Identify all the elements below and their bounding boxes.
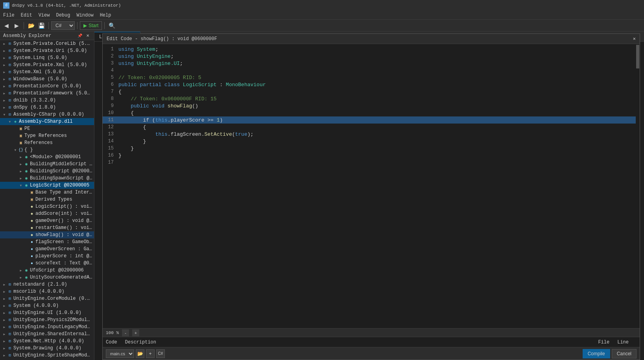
expand-arrow-icon[interactable]: ▶ [2,62,7,68]
line-content[interactable]: { [118,89,122,95]
expand-arrow-icon[interactable] [24,225,29,231]
open-file-btn[interactable]: 📂 [136,349,144,358]
tree-item[interactable]: ▶⊞UnityEngine.Physics2DModule (0.0.0.0) [0,316,94,323]
expand-arrow-icon[interactable] [24,218,29,223]
file-selector[interactable]: main.cs [106,349,134,358]
tree-item[interactable]: ▶⊞PresentationFramework (5.0.0) [0,90,94,97]
expand-arrow-icon[interactable]: ▼ [7,119,13,124]
tree-item[interactable]: ▶⊞UnityEngine.InputLegacyModule (0.0.0.0… [0,323,94,330]
expand-arrow-icon[interactable]: ▶ [18,275,24,280]
tree-item[interactable]: ▶⊞UnityEngine.SpriteShapeModule (0.0.0.0… [0,352,94,359]
toolbar-back-btn[interactable]: ◀ [2,21,11,30]
modal-close-btn[interactable]: ✕ [633,36,636,42]
expand-arrow-icon[interactable]: ▶ [18,175,24,181]
assembly-tree[interactable]: ▶⊞System.Private.CoreLib (5.0.0)▶⊞System… [0,40,94,360]
expand-arrow-icon[interactable]: ▶ [2,353,7,358]
line-content[interactable]: } [118,153,122,159]
expand-arrow-icon[interactable] [24,211,29,216]
expand-arrow-icon[interactable]: ▶ [18,268,24,273]
tree-item[interactable]: ▶⊞PresentationCore (5.0.0) [0,83,94,90]
expand-arrow-icon[interactable]: ▶ [2,331,7,337]
tree-item[interactable]: ●flagScreen : GameObjec... [0,238,94,246]
tree-item[interactable]: ▼{}{ } [0,146,94,153]
expand-arrow-icon[interactable]: ▶ [2,310,7,316]
line-content[interactable]: public partial class LogicScript : MonoB… [118,82,266,88]
menu-view[interactable]: View [35,11,53,20]
tree-item[interactable]: ▶⊞netstandard (2.1.0) [0,281,94,288]
menu-help[interactable]: Help [97,11,114,20]
tree-item[interactable]: ▼◈Assembly-CSharp.dll [0,118,94,125]
modal-scrollbar-thumb[interactable] [636,45,639,68]
expand-arrow-icon[interactable]: ▶ [2,41,7,46]
menu-window[interactable]: Window [73,11,96,20]
line-content[interactable]: // Token: 0x02000005 RID: 5 [118,75,201,81]
expand-arrow-icon[interactable]: ▶ [2,282,7,287]
tree-item[interactable]: ▶⊞dnlib (3.3.2.0) [0,97,94,104]
expand-arrow-icon[interactable] [24,190,29,195]
tree-item[interactable]: ▣Type References [0,132,94,139]
tree-item[interactable]: ▶⊞UnityEngine.UI (1.0.0.0) [0,309,94,316]
ae-pin-btn[interactable]: 📌 [77,33,83,39]
expand-arrow-icon[interactable]: ▶ [18,161,24,167]
modal-code-area[interactable]: 1using System;2using UnityEngine;3using … [103,44,636,328]
tree-item[interactable]: ▶⊞System.Private.CoreLib (5.0.0) [0,40,94,47]
menu-edit[interactable]: Edit [18,11,35,20]
expand-arrow-icon[interactable]: ▶ [18,154,24,160]
tree-item[interactable]: ●scoreText : Text @04000... [0,260,94,267]
tree-item[interactable]: ▶⊞System (4.0.0.0) [0,302,94,309]
tree-item[interactable]: ●playerScore : int @0400... [0,253,94,260]
zoom-minus-btn[interactable]: - [122,329,129,336]
tree-item[interactable]: ▣References [0,139,94,146]
add-file-btn[interactable]: + [146,349,155,358]
tree-item[interactable]: ▶◉UfoScript @02000006 [0,267,94,274]
line-content[interactable]: { [118,110,134,116]
tree-item[interactable]: ▣PE [0,125,94,132]
expand-arrow-icon[interactable]: ▶ [18,168,24,174]
ae-close-btn[interactable]: ✕ [85,33,91,39]
line-content[interactable]: using System; [118,46,158,52]
tree-item[interactable]: ▶◉BuildingSpawnScript @02000... [0,175,94,182]
modal-scrollbar[interactable] [636,44,640,328]
tree-item[interactable]: ▶⊞System.Private.Uri (5.0.0) [0,47,94,54]
line-content[interactable] [118,160,122,166]
expand-arrow-icon[interactable]: ▶ [2,83,7,89]
line-content[interactable]: this.flagScreen.SetActive(true); [118,131,253,137]
compile-button[interactable]: Compile [583,349,610,358]
menu-debug[interactable]: Debug [53,11,73,20]
tree-item[interactable]: ▼◉LogicScript @02000005 [0,182,94,189]
tree-item[interactable]: ▶⊞System.Private.Xml (5.0.0) [0,61,94,68]
line-content[interactable] [118,68,122,74]
expand-arrow-icon[interactable] [24,246,29,252]
expand-arrow-icon[interactable]: ▼ [13,147,18,153]
line-content[interactable]: } [118,138,146,144]
line-content[interactable]: { [118,124,146,130]
expand-arrow-icon[interactable]: ▶ [2,303,7,308]
expand-arrow-icon[interactable]: ▶ [2,48,7,54]
expand-arrow-icon[interactable] [24,197,29,202]
tree-item[interactable]: ▶⊞mscorlib (4.0.0.0) [0,288,94,295]
line-content[interactable]: // Token: 0x0600000F RID: 15 [118,96,217,102]
expand-arrow-icon[interactable]: ▶ [2,345,7,351]
tree-item[interactable]: ▶⊞dnSpy (6.1.8.0) [0,104,94,111]
tree-item[interactable]: ▶⊞WindowsBase (5.0.0) [0,76,94,83]
lang-btn[interactable]: C# [156,349,165,358]
expand-arrow-icon[interactable] [24,232,29,238]
tree-item[interactable]: ▶◉UnitySourceGeneratedAsser... [0,274,94,281]
tree-item[interactable]: ▶◉BuildingMiddleScript @02000... [0,161,94,168]
tree-item[interactable]: ▶⊞System.Net.Http (4.0.0.0) [0,338,94,345]
toolbar-search-btn[interactable]: 🔍 [107,21,116,30]
line-content[interactable]: using UnityEngine; [118,54,173,59]
tree-item[interactable]: ▶⊞System.Drawing (4.0.0.0) [0,345,94,352]
expand-arrow-icon[interactable]: ▶ [2,296,7,301]
line-content[interactable]: public void showFlag() [118,103,198,109]
tree-item[interactable]: ◆gameOver() : void @060... [0,217,94,224]
expand-arrow-icon[interactable] [13,140,18,146]
line-content[interactable]: using UnityEngine.UI; [118,61,183,66]
cancel-button[interactable]: Cancel [612,349,637,358]
toolbar-save-btn[interactable]: 💾 [37,21,46,30]
expand-arrow-icon[interactable]: ▶ [2,324,7,330]
tree-item[interactable]: ▶⊞UnityEngine.SharedInternalsModule (0.0… [0,330,94,338]
expand-arrow-icon[interactable] [13,126,18,131]
expand-arrow-icon[interactable] [24,204,29,209]
zoom-plus-btn[interactable]: + [132,329,139,336]
